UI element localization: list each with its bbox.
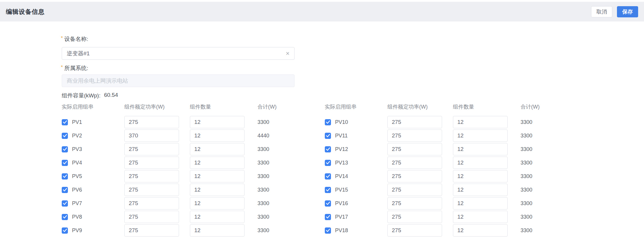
col-header-rated-power: 组件额定功率(W) — [124, 103, 190, 110]
pv-table-header: 实际启用组串 组件额定功率(W) 组件数量 合计(W) — [325, 102, 589, 112]
action-buttons: 取消 保存 — [591, 6, 638, 17]
count-input[interactable] — [453, 197, 508, 210]
count-input[interactable] — [190, 224, 245, 237]
count-input[interactable] — [453, 116, 508, 128]
check-icon — [63, 120, 67, 124]
pv-checkbox[interactable] — [62, 187, 68, 193]
count-input[interactable] — [190, 129, 245, 142]
page-title: 编辑设备信息 — [6, 8, 45, 16]
pv-checkbox[interactable] — [62, 133, 68, 139]
pv-checkbox[interactable] — [62, 173, 68, 179]
pv-checkbox[interactable] — [325, 119, 331, 125]
pv-checkbox[interactable] — [62, 146, 68, 152]
total-value: 3300 — [521, 214, 589, 220]
count-input[interactable] — [453, 224, 508, 237]
col-header-module-count: 组件数量 — [453, 103, 521, 110]
pv-checkbox[interactable] — [325, 187, 331, 193]
count-input[interactable] — [453, 184, 508, 196]
pv-checkbox[interactable] — [325, 200, 331, 207]
pv-checkbox[interactable] — [62, 200, 68, 207]
count-input[interactable] — [190, 211, 245, 223]
clear-icon[interactable]: × — [286, 50, 290, 57]
system-label-text: 所属系统: — [64, 64, 88, 72]
pv-label: PV12 — [335, 146, 348, 152]
count-input[interactable] — [190, 197, 245, 210]
system-input — [67, 78, 290, 84]
total-value: 3300 — [257, 119, 326, 125]
pv-checkbox[interactable] — [325, 160, 331, 166]
pv-label: PV6 — [72, 187, 82, 193]
save-button[interactable]: 保存 — [617, 6, 638, 17]
power-input[interactable] — [124, 184, 179, 196]
top-bar: 编辑设备信息 取消 保存 — [0, 2, 644, 21]
pv-checkbox[interactable] — [325, 173, 331, 179]
pv-label: PV15 — [335, 187, 348, 193]
count-input[interactable] — [190, 170, 245, 182]
count-input[interactable] — [190, 116, 245, 128]
count-input[interactable] — [453, 211, 508, 223]
power-input[interactable] — [387, 157, 442, 169]
device-name-field: × — [62, 47, 295, 60]
pv-checkbox[interactable] — [325, 214, 331, 220]
count-input[interactable] — [453, 157, 508, 169]
table-row: PV3 3300 — [62, 142, 326, 156]
total-value: 3300 — [521, 133, 589, 139]
pv-checkbox[interactable] — [325, 133, 331, 139]
table-row: PV14 3300 — [325, 169, 589, 183]
check-icon — [326, 215, 330, 219]
pv-checkbox[interactable] — [62, 227, 68, 234]
table-row: PV11 3300 — [325, 129, 589, 142]
system-field — [62, 74, 295, 87]
table-row: PV18 3300 — [325, 224, 589, 237]
col-header-enabled-strings: 实际启用组串 — [325, 103, 387, 110]
power-input[interactable] — [124, 116, 179, 128]
check-icon — [63, 147, 67, 151]
pv-rows-right: PV10 3300 PV11 — [325, 115, 589, 237]
pv-table-header: 实际启用组串 组件额定功率(W) 组件数量 合计(W) — [62, 102, 326, 112]
total-value: 3300 — [257, 187, 326, 193]
power-input[interactable] — [124, 170, 179, 182]
pv-label: PV11 — [335, 133, 348, 139]
pv-checkbox[interactable] — [62, 119, 68, 125]
check-icon — [326, 147, 330, 151]
table-row: PV1 3300 — [62, 115, 326, 129]
total-value: 3300 — [521, 146, 589, 152]
device-name-label-text: 设备名称: — [64, 35, 88, 43]
power-input[interactable] — [387, 116, 442, 128]
pv-label: PV7 — [72, 200, 82, 207]
power-input[interactable] — [124, 143, 179, 155]
pv-checkbox[interactable] — [325, 227, 331, 234]
power-input[interactable] — [387, 184, 442, 196]
power-input[interactable] — [387, 170, 442, 182]
power-input[interactable] — [387, 197, 442, 210]
count-input[interactable] — [190, 157, 245, 169]
capacity-line: 组件容量(kWp): 60.54 — [62, 92, 118, 99]
power-input[interactable] — [387, 224, 442, 237]
count-input[interactable] — [190, 143, 245, 155]
power-input[interactable] — [387, 129, 442, 142]
power-input[interactable] — [124, 211, 179, 223]
count-input[interactable] — [453, 170, 508, 182]
check-icon — [326, 188, 330, 192]
cancel-button[interactable]: 取消 — [591, 6, 612, 17]
power-input[interactable] — [124, 129, 179, 142]
col-header-rated-power: 组件额定功率(W) — [387, 103, 453, 110]
power-input[interactable] — [387, 143, 442, 155]
power-input[interactable] — [387, 211, 442, 223]
device-name-input[interactable] — [67, 50, 286, 57]
pv-checkbox[interactable] — [325, 146, 331, 152]
capacity-value: 60.54 — [104, 92, 118, 99]
pv-checkbox[interactable] — [62, 160, 68, 166]
power-input[interactable] — [124, 224, 179, 237]
count-input[interactable] — [453, 129, 508, 142]
total-value: 4440 — [257, 133, 326, 139]
check-icon — [326, 174, 330, 178]
count-input[interactable] — [453, 143, 508, 155]
power-input[interactable] — [124, 157, 179, 169]
power-input[interactable] — [124, 197, 179, 210]
table-row: PV6 3300 — [62, 183, 326, 197]
pv-checkbox[interactable] — [62, 214, 68, 220]
pv-label: PV2 — [72, 133, 82, 139]
table-row: PV5 3300 — [62, 169, 326, 183]
count-input[interactable] — [190, 184, 245, 196]
